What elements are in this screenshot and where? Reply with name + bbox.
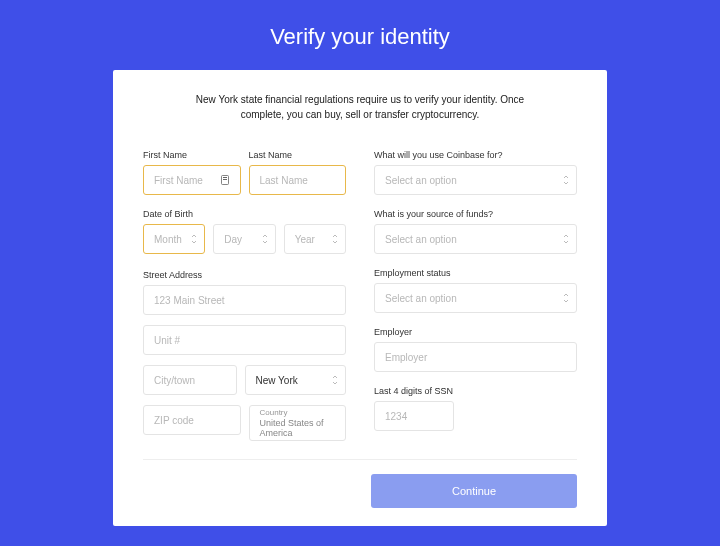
employer-input[interactable] [385, 352, 566, 363]
employer-field[interactable] [374, 342, 577, 372]
left-column: First Name Last Name Date of Birth [143, 146, 346, 451]
city-field[interactable] [143, 365, 237, 395]
street-address-field[interactable] [143, 285, 346, 315]
street-address-input[interactable] [154, 295, 335, 306]
last-name-input[interactable] [260, 175, 336, 186]
ssn-field[interactable] [374, 401, 454, 431]
chevron-updown-icon [562, 174, 570, 186]
divider [143, 459, 577, 460]
use-for-value: Select an option [385, 175, 558, 186]
chevron-updown-icon [261, 233, 269, 245]
last-name-label: Last Name [249, 150, 347, 160]
chevron-updown-icon [562, 233, 570, 245]
identity-card: New York state financial regulations req… [113, 70, 607, 526]
continue-button[interactable]: Continue [371, 474, 577, 508]
zip-input[interactable] [154, 415, 230, 426]
svg-rect-2 [223, 179, 227, 180]
first-name-input[interactable] [154, 175, 221, 186]
dob-month-select[interactable]: Month [143, 224, 205, 254]
chevron-updown-icon [331, 374, 339, 386]
first-name-label: First Name [143, 150, 241, 160]
zip-field[interactable] [143, 405, 241, 435]
last-name-field[interactable] [249, 165, 347, 195]
state-select[interactable]: New York [245, 365, 347, 395]
state-value: New York [256, 375, 328, 386]
chevron-updown-icon [190, 233, 198, 245]
autofill-icon [221, 175, 230, 185]
dob-year-select[interactable]: Year [284, 224, 346, 254]
ssn-label: Last 4 digits of SSN [374, 386, 577, 396]
use-for-label: What will you use Coinbase for? [374, 150, 577, 160]
dob-year-value: Year [295, 234, 327, 245]
city-input[interactable] [154, 375, 226, 386]
employment-status-value: Select an option [385, 293, 558, 304]
employment-status-select[interactable]: Select an option [374, 283, 577, 313]
dob-day-select[interactable]: Day [213, 224, 275, 254]
chevron-updown-icon [331, 233, 339, 245]
employer-label: Employer [374, 327, 577, 337]
intro-text: New York state financial regulations req… [143, 92, 577, 146]
source-of-funds-select[interactable]: Select an option [374, 224, 577, 254]
street-address-label: Street Address [143, 270, 346, 280]
first-name-field[interactable] [143, 165, 241, 195]
unit-field[interactable] [143, 325, 346, 355]
ssn-input[interactable] [385, 411, 443, 422]
country-box: Country United States of America [249, 405, 347, 441]
source-of-funds-value: Select an option [385, 234, 558, 245]
actions-row: Continue [143, 474, 577, 508]
chevron-updown-icon [562, 292, 570, 304]
source-of-funds-label: What is your source of funds? [374, 209, 577, 219]
page-title: Verify your identity [0, 0, 720, 70]
dob-month-value: Month [154, 234, 186, 245]
svg-rect-1 [223, 177, 227, 178]
dob-day-value: Day [224, 234, 256, 245]
country-value: United States of America [260, 418, 336, 438]
dob-label: Date of Birth [143, 209, 346, 219]
unit-input[interactable] [154, 335, 335, 346]
country-label: Country [260, 408, 288, 417]
use-for-select[interactable]: Select an option [374, 165, 577, 195]
employment-status-label: Employment status [374, 268, 577, 278]
right-column: What will you use Coinbase for? Select a… [374, 146, 577, 451]
